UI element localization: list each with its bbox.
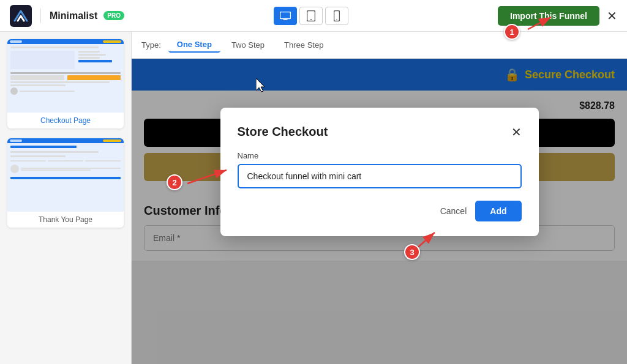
main-layout: Checkout Page — [0, 32, 627, 364]
svg-rect-1 — [280, 12, 290, 18]
sidebar: Checkout Page — [0, 32, 132, 364]
annotation-1-text: 1 — [509, 28, 514, 37]
modal-close-button[interactable]: ✕ — [511, 126, 522, 138]
thankyou-card-label: Thank You Page — [7, 212, 124, 228]
tabs-bar: Type: One Step Two Step Three Step — [132, 32, 627, 59]
desktop-icon — [280, 12, 291, 20]
logo-icon — [10, 5, 32, 27]
content-area: Type: One Step Two Step Three Step 🔒 Sec… — [132, 32, 627, 364]
annotation-badge-3: 3 — [404, 244, 420, 260]
import-funnel-button[interactable]: Import This Funnel — [498, 6, 599, 26]
svg-point-5 — [336, 19, 337, 20]
brand-name: Minimalist — [50, 10, 97, 21]
checkout-card-label: Checkout Page — [7, 113, 124, 128]
sidebar-card-checkout[interactable]: Checkout Page — [7, 39, 124, 128]
annotation-3-text: 3 — [410, 248, 414, 257]
header-right: Import This Funnel ✕ — [498, 6, 617, 26]
annotation-badge-2: 2 — [167, 174, 182, 190]
pro-badge: PRO — [103, 11, 124, 20]
desktop-device-btn[interactable] — [274, 7, 297, 25]
device-switcher — [274, 7, 348, 25]
tab-three-step[interactable]: Three Step — [276, 38, 332, 52]
modal-footer: Cancel Add — [238, 201, 522, 221]
modal-cancel-button[interactable]: Cancel — [440, 206, 467, 216]
header: Minimalist PRO Import This Funnel ✕ — [0, 0, 627, 32]
sidebar-card-thankyou[interactable]: Thank You Page — [7, 138, 124, 228]
close-window-button[interactable]: ✕ — [607, 9, 617, 23]
modal-header: Store Checkout ✕ — [238, 125, 522, 139]
page-preview: 🔒 Secure Checkout $828.78 Buy with G Pay — [132, 59, 627, 364]
tab-one-step[interactable]: One Step — [168, 37, 220, 53]
modal-add-button[interactable]: Add — [475, 201, 521, 221]
header-left: Minimalist PRO — [10, 5, 124, 27]
mobile-icon — [334, 10, 340, 21]
mobile-device-btn[interactable] — [325, 7, 348, 25]
divider-line — [40, 9, 41, 23]
svg-point-3 — [310, 19, 312, 20]
modal-name-input[interactable] — [238, 164, 522, 188]
annotation-badge-1: 1 — [504, 24, 520, 40]
modal-body: Name — [238, 151, 522, 201]
modal-title: Store Checkout — [238, 125, 328, 139]
tablet-device-btn[interactable] — [299, 7, 323, 25]
thankyou-card-preview — [7, 138, 124, 212]
checkout-card-preview — [7, 39, 124, 113]
tablet-icon — [307, 10, 315, 21]
tabs-label: Type: — [141, 40, 161, 50]
store-checkout-modal: Store Checkout ✕ Name Cancel Add — [220, 108, 539, 236]
modal-name-label: Name — [238, 151, 522, 160]
annotation-2-text: 2 — [172, 178, 176, 187]
tab-two-step[interactable]: Two Step — [223, 38, 273, 52]
modal-overlay: Store Checkout ✕ Name Cancel Add — [132, 59, 627, 364]
